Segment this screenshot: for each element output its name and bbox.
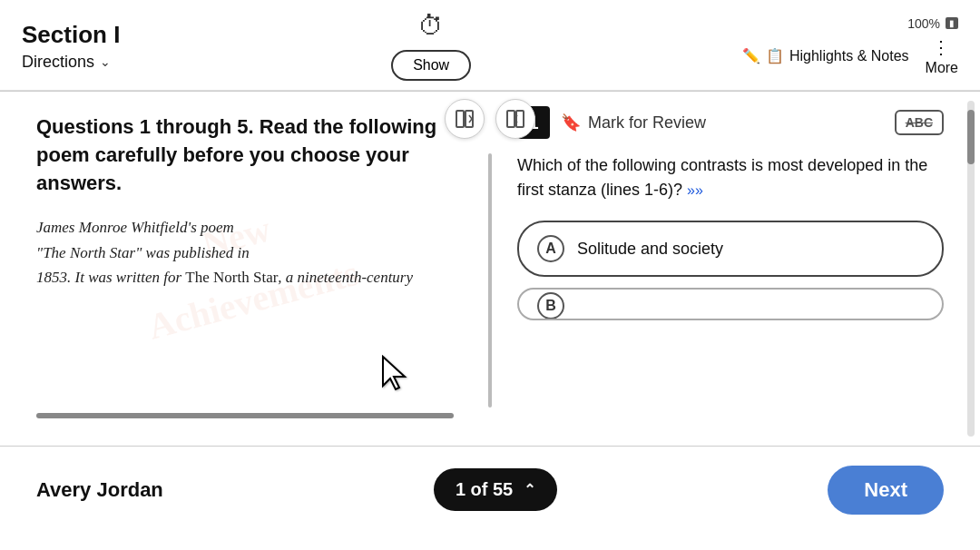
footer: Avery Jordan 1 of 55 ⌃ Next <box>0 447 980 533</box>
more-dots-icon: ⋮ <box>932 36 952 58</box>
collapse-panel-button[interactable] <box>495 99 535 139</box>
chevron-down-icon: ⌄ <box>100 54 111 69</box>
svg-rect-0 <box>456 111 464 127</box>
poem-title: The North Star <box>185 269 278 286</box>
left-panel: NewAchievements Questions 1 through 5. R… <box>0 92 490 446</box>
question-text: Which of the following contrasts is most… <box>517 153 944 202</box>
highlights-label: Highlights & Notes <box>789 48 909 64</box>
abc-strikethrough-button[interactable]: ABC <box>895 110 944 135</box>
battery-row: 100% ▮ <box>907 16 958 31</box>
poem-info-line1: James Monroe Whitfield's poem <box>36 219 234 236</box>
highlights-notes-button[interactable]: ✏️ 📋 Highlights & Notes <box>742 47 909 64</box>
more-button[interactable]: ⋮ More <box>926 36 958 76</box>
question-intro: Questions 1 through 5. Read the followin… <box>36 113 454 197</box>
bookmark-icon: 🔖 <box>561 113 581 133</box>
answer-choice-a[interactable]: A Solitude and society <box>517 221 944 277</box>
answer-choice-b[interactable]: B <box>517 288 944 320</box>
page-indicator-text: 1 of 55 <box>456 479 513 500</box>
poem-info-line2: "The North Star" was published in <box>36 244 250 261</box>
student-name: Avery Jordan <box>36 478 163 502</box>
svg-rect-4 <box>507 111 514 127</box>
choice-letter-b: B <box>537 292 564 319</box>
panel-divider <box>488 153 492 408</box>
section-title: Section I <box>22 21 120 49</box>
header-left: Section I Directions ⌄ <box>22 21 120 72</box>
left-panel-scrollbar[interactable] <box>36 413 454 418</box>
more-label: More <box>926 60 958 76</box>
expand-icon[interactable]: »» <box>687 182 703 198</box>
timer-icon: ⏱ <box>418 11 444 41</box>
left-content: Questions 1 through 5. Read the followin… <box>36 113 454 290</box>
header-right: 100% ▮ ✏️ 📋 Highlights & Notes ⋮ More <box>742 16 958 76</box>
directions-button[interactable]: Directions ⌄ <box>22 53 120 72</box>
battery-icon: ▮ <box>946 17 958 29</box>
panel-controls <box>445 99 535 139</box>
expand-left-panel-button[interactable] <box>445 99 485 139</box>
abc-label: ABC <box>906 115 933 130</box>
pencil-icon: ✏️ <box>742 47 760 64</box>
question-text-content: Which of the following contrasts is most… <box>517 156 927 199</box>
svg-rect-5 <box>516 111 524 127</box>
header-right-actions: ✏️ 📋 Highlights & Notes ⋮ More <box>742 36 958 76</box>
poem-info-line4: , a nineteenth-century <box>278 269 413 286</box>
app-header: Section I Directions ⌄ ⏱ Show 100% ▮ ✏️ … <box>0 0 980 91</box>
mark-for-review-button[interactable]: 🔖 Mark for Review <box>561 113 884 133</box>
question-header: 1 🔖 Mark for Review ABC <box>517 106 944 139</box>
next-button[interactable]: Next <box>828 466 944 515</box>
header-center: ⏱ Show <box>391 11 471 81</box>
battery-percent: 100% <box>907 16 940 31</box>
main-content: NewAchievements Questions 1 through 5. R… <box>0 92 980 446</box>
poem-info: James Monroe Whitfield's poem "The North… <box>36 215 454 290</box>
document-icon: 📋 <box>766 47 784 64</box>
page-indicator[interactable]: 1 of 55 ⌃ <box>434 468 557 511</box>
choice-text-a: Solitude and society <box>577 240 723 259</box>
poem-info-line3: 1853. It was written for <box>36 269 181 286</box>
choice-letter-a: A <box>537 235 564 262</box>
show-button[interactable]: Show <box>391 50 471 81</box>
directions-label: Directions <box>22 53 94 72</box>
chevron-up-icon: ⌃ <box>524 481 535 498</box>
svg-line-2 <box>469 115 472 119</box>
right-panel-scrollbar[interactable] <box>967 101 975 437</box>
mark-review-label: Mark for Review <box>588 113 706 133</box>
right-panel: 1 🔖 Mark for Review ABC Which of the fol… <box>490 92 980 446</box>
svg-line-3 <box>469 119 472 123</box>
right-scrollbar-thumb <box>967 110 975 164</box>
